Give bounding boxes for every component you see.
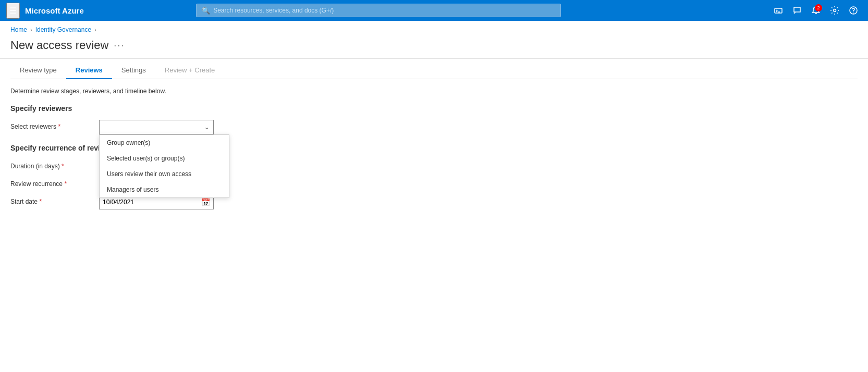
topbar: ☰ Microsoft Azure 🔍 2 xyxy=(0,0,868,21)
required-star-recurrence: * xyxy=(64,180,67,188)
cloud-shell-button[interactable] xyxy=(770,2,787,19)
calendar-icon[interactable]: 📅 xyxy=(201,198,210,206)
tab-reviews[interactable]: Reviews xyxy=(66,61,112,79)
specify-reviewers-title: Specify reviewers xyxy=(10,104,323,113)
tab-bar: Review type Reviews Settings Review + Cr… xyxy=(10,59,858,79)
form-area: Determine review stages, reviewers, and … xyxy=(10,88,323,227)
start-date-label: Start date * xyxy=(10,195,94,205)
reviewers-dropdown-menu: Group owner(s) Selected user(s) or group… xyxy=(99,134,229,198)
required-star-reviewers: * xyxy=(58,123,60,130)
reviewers-dropdown-button[interactable]: ⌄ xyxy=(99,120,214,134)
dropdown-item-users-own-access[interactable]: Users review their own access xyxy=(100,166,229,182)
svg-point-6 xyxy=(853,13,854,14)
required-star-start-date: * xyxy=(39,198,42,205)
dropdown-item-managers[interactable]: Managers of users xyxy=(100,182,229,197)
required-star-duration: * xyxy=(62,163,64,170)
start-date-input[interactable] xyxy=(103,199,201,206)
form-description: Determine review stages, reviewers, and … xyxy=(10,88,323,95)
topbar-right-actions: 2 xyxy=(770,2,862,19)
reviewers-dropdown-wrapper: ⌄ Group owner(s) Selected user(s) or gro… xyxy=(99,120,323,134)
chevron-down-icon: ⌄ xyxy=(204,124,209,131)
select-reviewers-row: Select reviewers * ⌄ Group owner(s) xyxy=(10,120,323,134)
duration-label: Duration (in days) * xyxy=(10,159,94,170)
notification-badge: 2 xyxy=(815,4,822,11)
help-button[interactable] xyxy=(845,2,862,19)
page-more-button[interactable]: ··· xyxy=(114,40,125,51)
review-recurrence-label: Review recurrence * xyxy=(10,177,94,188)
tab-review-create: Review + Create xyxy=(155,61,224,79)
breadcrumb-home[interactable]: Home xyxy=(10,26,27,33)
breadcrumb-sep-2: › xyxy=(94,27,96,33)
search-bar[interactable]: 🔍 xyxy=(196,4,561,17)
page-header: New access review ··· xyxy=(0,35,868,58)
dropdown-item-group-owners[interactable]: Group owner(s) xyxy=(100,135,229,151)
app-title: Microsoft Azure xyxy=(25,6,84,15)
tab-settings[interactable]: Settings xyxy=(112,61,155,79)
search-input[interactable] xyxy=(213,7,555,14)
select-reviewers-control: ⌄ Group owner(s) Selected user(s) or gro… xyxy=(99,120,323,134)
breadcrumb-sep-1: › xyxy=(30,27,32,33)
notifications-button[interactable]: 2 xyxy=(808,2,824,19)
settings-button[interactable] xyxy=(826,2,843,19)
search-icon: 🔍 xyxy=(202,7,210,15)
select-reviewers-label: Select reviewers * xyxy=(10,120,94,130)
breadcrumb-identity-governance[interactable]: Identity Governance xyxy=(35,26,91,33)
tab-review-type[interactable]: Review type xyxy=(10,61,66,79)
content-area: Review type Reviews Settings Review + Cr… xyxy=(0,58,868,227)
dropdown-item-selected-users[interactable]: Selected user(s) or group(s) xyxy=(100,151,229,166)
menu-icon[interactable]: ☰ xyxy=(6,3,20,19)
svg-point-4 xyxy=(833,9,836,12)
feedback-button[interactable] xyxy=(789,2,805,19)
page-title: New access review xyxy=(10,39,108,52)
breadcrumb: Home › Identity Governance › xyxy=(0,21,868,35)
